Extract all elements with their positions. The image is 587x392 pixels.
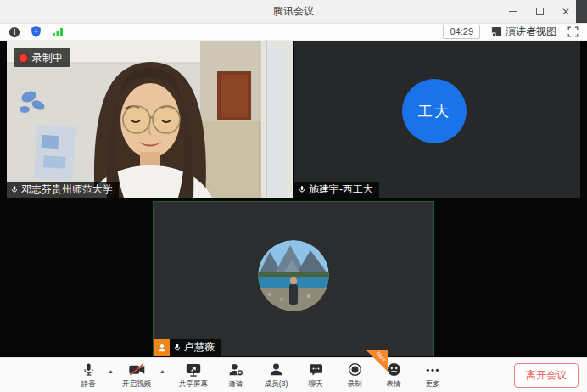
- invite-label: 邀请: [228, 378, 243, 389]
- recording-dot-icon: [20, 54, 27, 62]
- status-right: 04:29 演讲者视图: [443, 25, 579, 39]
- video-options-caret[interactable]: ▲: [157, 358, 168, 392]
- members-label: 成员(3): [264, 378, 288, 389]
- nameplate-shijianyu: 施建宇-西工大: [294, 182, 379, 198]
- members-button[interactable]: 成员(3): [256, 358, 295, 392]
- emoji-icon: [386, 361, 402, 378]
- invite-button[interactable]: 邀请: [217, 358, 254, 392]
- emoji-label: 表情: [386, 378, 400, 389]
- video-tile-dengzhifen[interactable]: 录制中 邓志芬贵州师范大学: [7, 41, 294, 198]
- mute-label: 静音: [81, 378, 95, 389]
- meeting-timer: 04:29: [443, 25, 480, 39]
- chat-icon: [308, 361, 324, 378]
- corner-overlay: [576, 0, 587, 23]
- record-icon: [347, 361, 363, 378]
- camera-off-icon: [128, 361, 146, 378]
- invite-icon: [227, 361, 244, 378]
- microphone-icon: [10, 184, 19, 195]
- share-screen-label: 共享屏幕: [179, 378, 208, 389]
- minimize-button[interactable]: [507, 6, 519, 18]
- more-icon: [424, 361, 441, 378]
- chat-button[interactable]: 聊天: [297, 358, 334, 392]
- status-bar: 04:29 演讲者视图: [0, 24, 587, 41]
- window-controls: ✕: [507, 0, 572, 23]
- maximize-icon: [536, 8, 544, 15]
- layout-icon: [491, 26, 502, 37]
- video-stage: 录制中 邓志芬贵州师范大学 工大 施建宇-西工大: [0, 41, 587, 357]
- record-button[interactable]: New 录制: [336, 358, 373, 392]
- chat-label: 聊天: [308, 378, 322, 389]
- host-person-icon: [157, 343, 167, 353]
- speaker-view-label: 演讲者视图: [506, 25, 556, 39]
- participant-name: 邓志芬贵州师范大学: [21, 182, 113, 197]
- fullscreen-icon[interactable]: [567, 26, 579, 37]
- share-screen-icon: [185, 361, 202, 378]
- participant-name: 卢慧薇: [184, 340, 215, 355]
- mute-options-caret[interactable]: ▲: [105, 358, 116, 392]
- avatar-initials: 工大: [418, 102, 450, 121]
- photo-avatar: [258, 240, 329, 311]
- caret-up-icon: ▲: [108, 368, 114, 374]
- maximize-button[interactable]: [534, 6, 545, 18]
- record-label: 录制: [347, 378, 361, 389]
- meeting-window: 腾讯会议 ✕ 04:29 演讲者视图: [0, 0, 587, 392]
- mute-button[interactable]: 静音: [71, 358, 105, 392]
- window-title: 腾讯会议: [273, 4, 314, 19]
- close-icon: ✕: [562, 7, 570, 17]
- share-screen-button[interactable]: 共享屏幕: [171, 358, 215, 392]
- video-tile-shijianyu[interactable]: 工大 施建宇-西工大: [294, 41, 580, 198]
- microphone-icon: [173, 342, 182, 353]
- status-left: [8, 25, 64, 38]
- start-video-label: 开启视频: [122, 378, 151, 389]
- more-button[interactable]: 更多: [414, 358, 451, 392]
- start-video-button[interactable]: 开启视频: [116, 358, 157, 392]
- caret-up-icon: ▲: [159, 368, 165, 374]
- minimize-icon: [509, 11, 517, 12]
- meeting-info-icon[interactable]: [8, 26, 20, 38]
- bottom-toolbar: 静音 ▲ 开启视频 ▲ 共享屏幕 邀请 成员(3): [0, 357, 587, 392]
- speaker-view-button[interactable]: 演讲者视图: [491, 25, 556, 39]
- microphone-icon: [81, 361, 96, 378]
- close-button[interactable]: ✕: [560, 6, 572, 18]
- members-icon: [268, 361, 284, 378]
- microphone-icon: [298, 184, 306, 195]
- nameplate-dengzhifen: 邓志芬贵州师范大学: [7, 182, 119, 198]
- title-bar: 腾讯会议 ✕: [0, 0, 587, 24]
- more-label: 更多: [425, 378, 439, 389]
- recording-label: 录制中: [32, 51, 63, 65]
- network-signal-icon[interactable]: [52, 27, 64, 37]
- recording-badge: 录制中: [14, 48, 70, 67]
- security-shield-icon[interactable]: [30, 25, 42, 38]
- nameplate-luhuiwei: 卢慧薇: [154, 339, 221, 356]
- host-badge: [154, 339, 170, 356]
- video-tile-luhuiwei[interactable]: 卢慧薇: [153, 201, 434, 356]
- participant-name: 施建宇-西工大: [309, 182, 373, 197]
- initials-avatar: 工大: [402, 79, 467, 143]
- leave-meeting-button[interactable]: 离开会议: [514, 363, 579, 388]
